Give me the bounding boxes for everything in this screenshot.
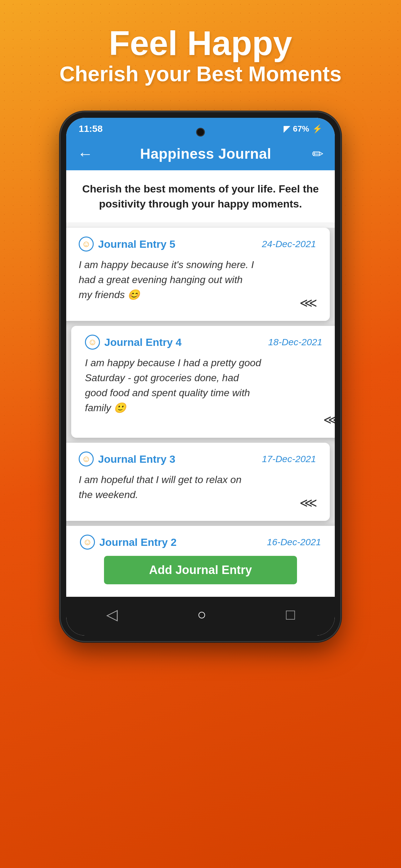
- hero-subtitle: Cherish your Best Moments: [59, 61, 341, 87]
- status-bar: 11:58 ◤ 67% ⚡: [66, 118, 335, 137]
- entry-4-content: I am happy because I had a pretty good S…: [85, 355, 263, 415]
- entry-4-date: 18-Dec-2021: [268, 337, 322, 347]
- page-header: Feel Happy Cherish your Best Moments: [59, 25, 341, 87]
- entry-5-header-left: ☺ Journal Entry 5: [79, 237, 175, 251]
- entry-4-share-icon[interactable]: ⋘: [323, 412, 335, 427]
- entry-5-header: ☺ Journal Entry 5 24-Dec-2021: [79, 237, 316, 251]
- phone-frame: 11:58 ◤ 67% ⚡ ← Happiness Journal ✏ Cher…: [60, 112, 341, 642]
- entry-2-header: ☺ Journal Entry 2 16-Dec-2021: [80, 535, 321, 550]
- app-bar: ← Happiness Journal ✏: [66, 137, 335, 170]
- signal-icon: ◤: [283, 124, 290, 134]
- entry-2-date: 16-Dec-2021: [267, 537, 321, 548]
- app-description: Cherish the best moments of your life. F…: [66, 170, 335, 223]
- hero-title: Feel Happy: [59, 25, 341, 61]
- back-nav-icon[interactable]: ◁: [106, 606, 118, 623]
- journal-entry-3: ☺ Journal Entry 3 17-Dec-2021 I am hopef…: [66, 443, 330, 521]
- journal-entry-4: ☺ Journal Entry 4 18-Dec-2021 I am happy…: [71, 326, 335, 438]
- journal-entry-2: ☺ Journal Entry 2 16-Dec-2021 Add Journa…: [66, 526, 335, 597]
- entry-5-date: 24-Dec-2021: [262, 239, 316, 249]
- recent-nav-icon[interactable]: □: [286, 606, 295, 623]
- entry-4-header: ☺ Journal Entry 4 18-Dec-2021: [85, 335, 322, 350]
- edit-button[interactable]: ✏: [312, 146, 324, 162]
- add-journal-entry-button[interactable]: Add Journal Entry: [104, 556, 297, 584]
- entries-list: ☺ Journal Entry 5 24-Dec-2021 I am happy…: [66, 228, 335, 597]
- entry-3-date: 17-Dec-2021: [262, 454, 316, 464]
- back-button[interactable]: ←: [77, 145, 93, 163]
- status-time: 11:58: [79, 123, 103, 134]
- battery-icon: ⚡: [312, 124, 322, 134]
- entry-4-title: Journal Entry 4: [104, 336, 182, 348]
- battery-level: 67%: [293, 124, 309, 134]
- entry-3-content: I am hopeful that I will get to relax on…: [79, 472, 257, 502]
- entry-3-title: Journal Entry 3: [98, 453, 175, 465]
- entry-2-header-left: ☺ Journal Entry 2: [80, 535, 177, 550]
- phone-screen: 11:58 ◤ 67% ⚡ ← Happiness Journal ✏ Cher…: [66, 118, 335, 636]
- entry-5-icon: ☺: [79, 237, 94, 251]
- camera-dot: [196, 128, 205, 136]
- entry-4-icon: ☺: [85, 335, 100, 350]
- entry-2-title: Journal Entry 2: [99, 536, 177, 548]
- journal-entry-5: ☺ Journal Entry 5 24-Dec-2021 I am happy…: [66, 228, 330, 321]
- entry-3-share-icon[interactable]: ⋘: [300, 496, 317, 510]
- entry-4-header-left: ☺ Journal Entry 4: [85, 335, 182, 350]
- home-nav-icon[interactable]: ○: [197, 606, 206, 623]
- app-title: Happiness Journal: [99, 145, 312, 162]
- entry-3-icon: ☺: [79, 452, 94, 466]
- entry-5-content: I am happy because it's snowing here. I …: [79, 257, 257, 302]
- entry-5-title: Journal Entry 5: [98, 238, 175, 250]
- entry-2-icon: ☺: [80, 535, 95, 550]
- status-icons: ◤ 67% ⚡: [283, 124, 322, 134]
- entry-3-header: ☺ Journal Entry 3 17-Dec-2021: [79, 452, 316, 466]
- phone-mockup: 11:58 ◤ 67% ⚡ ← Happiness Journal ✏ Cher…: [60, 112, 341, 642]
- bottom-navigation: ◁ ○ □: [66, 597, 335, 636]
- entry-5-share-icon[interactable]: ⋘: [300, 296, 317, 310]
- entry-3-header-left: ☺ Journal Entry 3: [79, 452, 175, 466]
